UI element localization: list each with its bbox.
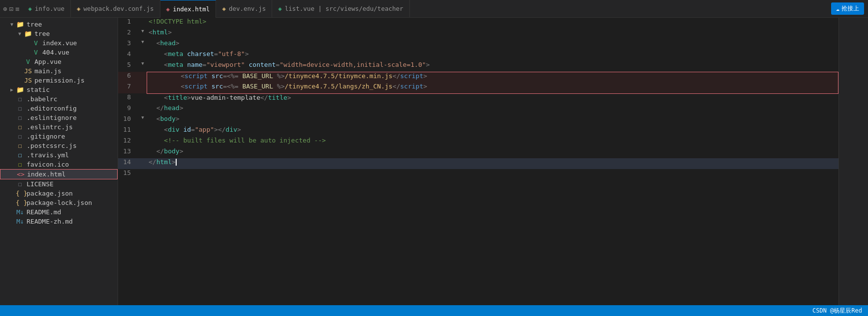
collapse-gutter — [139, 158, 147, 169]
tab-info-vue[interactable]: ◈ info.vue — [22, 0, 71, 18]
sidebar-label: index.html — [27, 171, 65, 178]
tab-icon: ◈ — [166, 5, 170, 13]
code-content: <body> — [147, 115, 838, 126]
line-number: 2 — [118, 29, 139, 39]
file-icon: ☐ — [16, 133, 25, 140]
tab-dev-env[interactable]: ◈ dev.env.js — [216, 0, 272, 18]
sidebar-label: .babelrc — [27, 95, 58, 103]
csdn-button[interactable]: ☁ 抢接上 — [831, 2, 864, 15]
code-line-5: 5 ▼ <meta name="viewport" content="width… — [118, 61, 838, 72]
sidebar-item-postcssrc[interactable]: ☐ .postcssrc.js — [0, 141, 118, 150]
sidebar-item-404-vue[interactable]: V 404.vue — [0, 48, 118, 57]
sidebar-item-license[interactable]: ☐ LICENSE — [0, 179, 118, 189]
sidebar-item-travis[interactable]: ☐ .travis.yml — [0, 150, 118, 160]
tree-arrow: ▼ — [16, 31, 24, 36]
collapse-gutter: ▼ — [139, 115, 147, 126]
sidebar-item-tree-root[interactable]: ▼ 📁 tree — [0, 20, 118, 29]
sidebar-item-eslintignore[interactable]: ☐ .eslintignore — [0, 113, 118, 122]
line-number: 15 — [118, 169, 139, 180]
sidebar-item-package-json[interactable]: { } package.json — [0, 189, 118, 198]
collapse-gutter — [139, 83, 147, 93]
tab-label: list.vue | src/views/edu/teacher — [285, 5, 403, 12]
sidebar-label: .editorconfig — [27, 105, 77, 112]
sidebar-label: .travis.yml — [27, 151, 69, 159]
more-icon[interactable]: ≡ — [15, 5, 19, 13]
code-line-13: 13 </body> — [118, 147, 838, 158]
collapse-gutter — [139, 50, 147, 61]
json-icon: { } — [16, 190, 25, 197]
maximize-icon[interactable]: ⊡ — [9, 5, 13, 13]
code-content: <head> — [147, 39, 838, 50]
tab-icon: ◈ — [278, 5, 282, 12]
code-content: <!DOCTYPE html> — [147, 18, 838, 29]
code-content: <meta name="viewport" content="width=dev… — [147, 61, 838, 72]
tab-bar-controls: ⊕ ⊡ ≡ — [0, 5, 22, 13]
code-line-12: 12 <!-- built files will be auto injecte… — [118, 137, 838, 147]
line-number: 7 — [118, 83, 139, 93]
sidebar-item-package-lock[interactable]: { } package-lock.json — [0, 198, 118, 207]
collapse-gutter — [139, 147, 147, 158]
tab-list-vue[interactable]: ◈ list.vue | src/views/edu/teacher — [272, 0, 409, 18]
line-number: 9 — [118, 104, 139, 115]
sidebar-item-gitignore[interactable]: ☐ .gitignore — [0, 132, 118, 141]
file-icon: ☐ — [16, 105, 25, 112]
js-icon: JS — [24, 77, 32, 84]
collapse-gutter — [139, 72, 147, 83]
tab-label: webpack.dev.conf.js — [84, 5, 154, 12]
tab-index-html[interactable]: ◈ index.html — [160, 0, 217, 18]
folder-icon: 📁 — [16, 86, 25, 93]
sidebar-item-index-html[interactable]: <> index.html — [0, 169, 118, 179]
sidebar-label: 404.vue — [42, 49, 69, 56]
code-content: <meta charset="utf-8"> — [147, 50, 838, 61]
js-icon: JS — [24, 67, 32, 75]
sidebar-item-eslintrc[interactable]: ☐ .eslintrc.js — [0, 122, 118, 132]
sidebar-label: tree — [34, 30, 50, 37]
sidebar-item-readme-zh[interactable]: M↓ README-zh.md — [0, 217, 118, 226]
code-line-8: 8 <title>vue-admin-template</title> — [118, 93, 838, 104]
code-line-15: 15 — [118, 169, 838, 180]
sidebar-item-favicon[interactable]: ☐ favicon.ico — [0, 160, 118, 169]
tree-root-label: tree — [27, 21, 42, 28]
sidebar-item-tree-sub[interactable]: ▼ 📁 tree — [0, 29, 118, 38]
line-number: 12 — [118, 137, 139, 147]
line-number: 6 — [118, 72, 139, 83]
sidebar-item-app-vue[interactable]: V App.vue — [0, 57, 118, 66]
sidebar-label: package.json — [27, 190, 73, 197]
tree-arrow: ▼ — [8, 22, 16, 27]
collapse-gutter: ▼ — [139, 39, 147, 50]
sidebar: ▼ 📁 tree ▼ 📁 tree V index.vue V 404.vue … — [0, 18, 118, 305]
code-editor: 1 <!DOCTYPE html> 2 ▼ <html> 3 ▼ <head> — [118, 18, 838, 180]
tab-label: index.html — [173, 5, 210, 13]
sidebar-label: .postcssrc.js — [27, 142, 77, 149]
md-icon: M↓ — [16, 208, 25, 216]
sidebar-label: README-zh.md — [27, 218, 73, 225]
collapse-gutter — [139, 104, 147, 115]
minimap — [838, 18, 868, 305]
sidebar-item-static[interactable]: ▶ 📁 static — [0, 85, 118, 94]
folder-icon: 📁 — [24, 30, 32, 37]
code-content: <script src=<%= BASE_URL %>/tinymce4.7.5… — [147, 83, 838, 93]
line-number: 14 — [118, 158, 139, 169]
line-number: 4 — [118, 50, 139, 61]
sidebar-item-readme[interactable]: M↓ README.md — [0, 207, 118, 217]
code-line-9: 9 </head> — [118, 104, 838, 115]
sidebar-item-editorconfig[interactable]: ☐ .editorconfig — [0, 104, 118, 113]
editor-area[interactable]: 1 <!DOCTYPE html> 2 ▼ <html> 3 ▼ <head> — [118, 18, 838, 305]
split-icon[interactable]: ⊕ — [3, 5, 7, 13]
tab-label: dev.env.js — [229, 5, 266, 12]
sidebar-item-babelrc[interactable]: ☐ .babelrc — [0, 94, 118, 104]
sidebar-label: main.js — [34, 67, 62, 75]
line-number: 13 — [118, 147, 139, 158]
code-content: <html> — [147, 29, 838, 39]
sidebar-item-main-js[interactable]: JS main.js — [0, 66, 118, 76]
csdn-credit: CSDN @杨星辰Red — [812, 307, 862, 315]
sidebar-item-permission-js[interactable]: JS permission.js — [0, 76, 118, 85]
tab-icon: ◈ — [222, 5, 226, 12]
sidebar-label: README.md — [27, 208, 61, 216]
sidebar-item-index-vue[interactable]: V index.vue — [0, 38, 118, 48]
tab-webpack[interactable]: ◈ webpack.dev.conf.js — [71, 0, 160, 18]
code-line-14: 14 </html> — [118, 158, 838, 169]
status-bar: CSDN @杨星辰Red — [0, 305, 868, 316]
code-content: <script src=<%= BASE_URL %>/tinymce4.7.5… — [147, 72, 838, 83]
code-content: <title>vue-admin-template</title> — [147, 93, 838, 104]
